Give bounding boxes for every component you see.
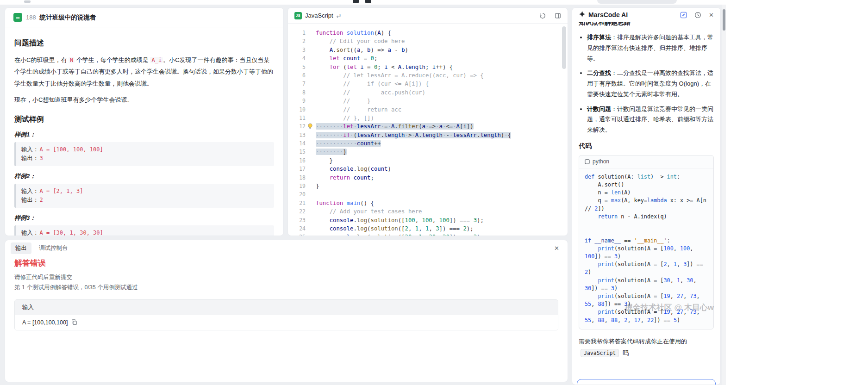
code-line[interactable]: 17 console.log(count): [288, 165, 568, 173]
window-scrollbar-thumb[interactable]: [723, 9, 725, 31]
line-number: 19: [288, 182, 306, 190]
code-line[interactable]: 18 return count;: [288, 174, 568, 182]
code-line[interactable]: 16 }: [288, 156, 568, 165]
ai-assistant-panel: MarsCode AI ✕ 知识点和解题思路 排序算法：排序是解决许多问题的基本…: [572, 7, 721, 385]
code-line[interactable]: 12········let·lessArr·=·A.filter(a·=>·a·…: [288, 122, 568, 130]
samples-heading: 测试样例: [14, 115, 274, 124]
ai-code-heading: 代码: [579, 142, 714, 150]
problem-panel: ☰ 188 统计班级中的说谎者 问题描述 在小C的班级里，有 N 个学生，每个学…: [5, 7, 284, 236]
ai-chat-input[interactable]: [577, 379, 716, 385]
code-line[interactable]: 19}: [288, 182, 568, 190]
code-line[interactable]: 25 console.log(solution([30, 1, 30, 30])…: [288, 233, 568, 236]
split-view-icon[interactable]: [555, 12, 561, 19]
line-number: 21: [288, 199, 306, 207]
line-number: 5: [288, 63, 306, 71]
window-scrollbar-track[interactable]: [722, 5, 726, 385]
code-line[interactable]: 10 // return acc: [288, 106, 568, 114]
python-icon: [585, 159, 590, 164]
tab-output[interactable]: 输出: [11, 242, 31, 254]
line-number: 22: [288, 207, 306, 216]
line-number: 24: [288, 224, 306, 233]
line-number: 7: [288, 80, 306, 88]
language-chip: JavaScript: [581, 349, 619, 357]
result-status: 解答错误: [14, 258, 558, 268]
code-line[interactable]: 6 // let lessArr = A.reduce((acc, cur) =…: [288, 71, 568, 80]
new-chat-icon[interactable]: [680, 12, 687, 19]
line-number: 8: [288, 88, 306, 97]
marscode-logo-icon: [579, 11, 586, 19]
code-line[interactable]: 1function solution(A) {: [288, 29, 568, 37]
code-line[interactable]: 8 // acc.push(cur): [288, 88, 568, 97]
top-left-mark: [24, 0, 31, 3]
sample-label: 样例3：: [14, 214, 274, 222]
python-code-line: return n - A.index(q): [585, 213, 708, 221]
ai-panel-title: MarsCode AI: [588, 11, 673, 19]
line-number: 20: [288, 190, 306, 199]
python-code-line: if __name__ == '__main__':: [585, 237, 708, 245]
python-code-line: print(solution(A = [30, 1, 30, 30]) == 3…: [585, 277, 708, 292]
sample-label: 样例1：: [14, 130, 274, 139]
line-number: 3: [288, 46, 306, 54]
python-code-line: print(solution(A = [100, 100, 100]) == 3…: [585, 245, 708, 261]
sample-input-value: A = [2, 1, 3]: [40, 188, 83, 194]
tab-debug-console[interactable]: 调试控制台: [34, 242, 73, 254]
code-line[interactable]: 22 // Add your test cases here: [288, 207, 568, 216]
line-number: 10: [288, 106, 306, 114]
python-code-line: q = max(A, key=lambda x: x >= A[n // 2]): [585, 197, 708, 212]
nav-forward-button[interactable]: [365, 0, 371, 3]
line-number: 1: [288, 29, 306, 37]
line-number: 15: [288, 148, 306, 156]
switch-language-icon[interactable]: ⇄: [337, 12, 341, 19]
line-number: 13: [288, 131, 306, 139]
inline-code: N: [69, 57, 75, 63]
javascript-icon: JS: [294, 12, 302, 19]
code-block-header: python: [579, 155, 713, 168]
code-line[interactable]: 21function main() {: [288, 199, 568, 207]
code-line[interactable]: 20: [288, 190, 568, 199]
code-line[interactable]: 23 console.log(solution([100, 100, 100])…: [288, 216, 568, 224]
line-number: 12: [288, 122, 306, 130]
editor-language-label[interactable]: JavaScript: [305, 12, 333, 19]
ai-bullet: 排序算法：排序是解决许多问题的基本工具，常见的排序算法有快速排序、归并排序、堆排…: [587, 32, 714, 64]
code-line[interactable]: 3 A.sort((a, b) => a - b): [288, 46, 568, 54]
desc-heading: 问题描述: [14, 38, 274, 48]
editor-header: JS JavaScript ⇄: [288, 8, 568, 24]
sample-output-value: 3: [40, 155, 43, 161]
desc-paragraph-2: 现在，小C想知道班里有多少个学生会说谎。: [14, 94, 274, 106]
line-number: 11: [288, 114, 306, 122]
close-ai-panel-icon[interactable]: ✕: [709, 12, 714, 19]
nav-back-button[interactable]: [353, 0, 359, 3]
sample-box: 输入：A = [30, 1, 30, 30]输出：3: [14, 225, 274, 236]
code-line[interactable]: 15········}: [288, 148, 568, 156]
line-number: 6: [288, 71, 306, 80]
ai-header: MarsCode AI ✕: [572, 8, 720, 22]
code-line[interactable]: 24 console.log(solution([2, 1, 1, 3]) ==…: [288, 224, 568, 233]
close-output-panel-icon[interactable]: ✕: [551, 245, 562, 252]
code-line[interactable]: 7 // if (cur <= A[i]) {: [288, 80, 568, 88]
ai-bullet: 计数问题：计数问题是算法竞赛中常见的一类问题，通常可以通过排序、哈希表、前缀和等…: [587, 104, 714, 136]
desc-paragraph-1: 在小C的班级里，有 N 个学生，每个学生的成绩是 A_i。小C发现了一件有趣的事…: [14, 54, 274, 89]
code-line[interactable]: 14············count++: [288, 139, 568, 148]
code-line[interactable]: 4 let count = 0;: [288, 54, 568, 62]
python-code-line: A.sort(): [585, 181, 708, 189]
problem-doc-icon: ☰: [13, 13, 22, 22]
sample-box: 输入：A = [100, 100, 100]输出：3: [14, 142, 274, 166]
line-number: 9: [288, 97, 306, 105]
problem-body: 问题描述 在小C的班级里，有 N 个学生，每个学生的成绩是 A_i。小C发现了一…: [5, 27, 283, 236]
code-line[interactable]: 9 // }: [288, 97, 568, 105]
code-line[interactable]: 5 for (let i = 0; i < A.length; i++) {: [288, 63, 568, 71]
code-editor[interactable]: 1function solution(A) {2 // Edit your co…: [288, 24, 568, 236]
sample-output-value: 2: [40, 197, 43, 203]
code-line[interactable]: 11 // }, []): [288, 114, 568, 122]
history-icon[interactable]: [694, 12, 701, 19]
copy-icon[interactable]: [71, 319, 77, 325]
editor-scrollbar[interactable]: [562, 26, 566, 69]
code-line[interactable]: 2 // Edit your code here: [288, 37, 568, 45]
testcase-input-box: 输入 A = [100,100,100]: [14, 299, 558, 330]
reset-code-icon[interactable]: [539, 12, 546, 19]
testcase-input-row: A = [100,100,100]: [15, 315, 558, 330]
code-line[interactable]: 13········if·(lessArr.length·>·A.length·…: [288, 131, 568, 139]
line-number: 16: [288, 156, 306, 165]
problem-header: ☰ 188 统计班级中的说谎者: [5, 8, 283, 27]
samples-list: 样例1：输入：A = [100, 100, 100]输出：3样例2：输入：A =…: [14, 130, 274, 236]
